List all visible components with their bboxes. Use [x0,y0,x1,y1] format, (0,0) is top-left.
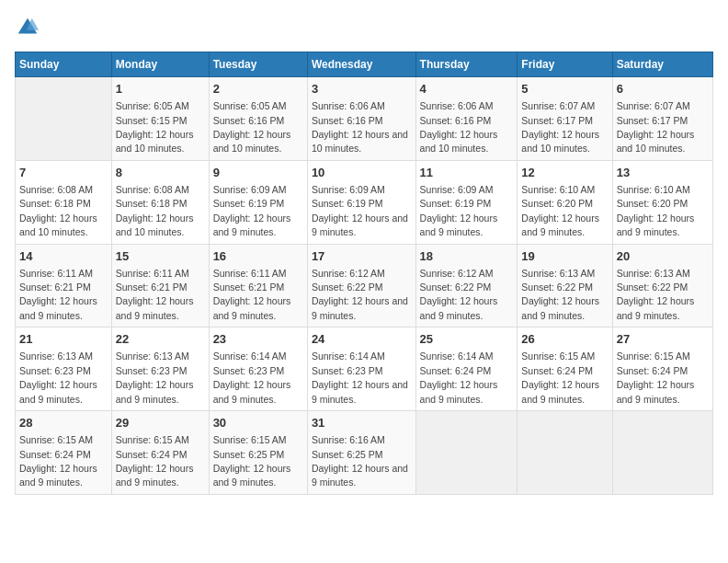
page-header [15,15,713,40]
calendar-cell: 9 Sunrise: 6:09 AM Sunset: 6:19 PM Dayli… [209,160,307,244]
calendar-cell: 11 Sunrise: 6:09 AM Sunset: 6:19 PM Dayl… [415,160,518,244]
calendar-week-row: 7 Sunrise: 6:08 AM Sunset: 6:18 PM Dayli… [16,160,713,244]
day-number: 23 [213,331,303,348]
day-daylight: Daylight: 12 hours and 9 minutes. [420,213,498,237]
calendar-cell: 2 Sunrise: 6:05 AM Sunset: 6:16 PM Dayli… [209,77,307,161]
day-sunrise: Sunrise: 6:10 AM [521,184,595,195]
day-sunset: Sunset: 6:17 PM [617,115,688,126]
day-sunset: Sunset: 6:20 PM [617,198,688,209]
day-daylight: Daylight: 12 hours and 9 minutes. [521,213,599,237]
day-number: 18 [420,248,514,265]
day-sunset: Sunset: 6:18 PM [116,198,188,209]
day-sunrise: Sunrise: 6:15 AM [617,350,690,362]
calendar-cell: 20 Sunrise: 6:13 AM Sunset: 6:22 PM Dayl… [612,244,712,327]
day-sunrise: Sunrise: 6:16 AM [312,434,385,445]
day-number: 20 [617,248,709,265]
day-number: 11 [420,165,514,181]
day-sunrise: Sunrise: 6:08 AM [116,184,189,195]
day-sunset: Sunset: 6:23 PM [116,365,188,376]
day-number: 27 [617,331,709,348]
day-sunset: Sunset: 6:24 PM [116,449,188,460]
day-number: 26 [521,331,608,348]
day-sunrise: Sunrise: 6:14 AM [420,350,494,362]
day-daylight: Daylight: 12 hours and 9 minutes. [213,463,291,488]
day-sunrise: Sunrise: 6:05 AM [213,100,287,111]
day-number: 25 [420,331,514,348]
day-number: 9 [213,165,303,181]
calendar-cell: 19 Sunrise: 6:13 AM Sunset: 6:22 PM Dayl… [518,244,612,327]
day-sunset: Sunset: 6:22 PM [617,282,688,293]
day-sunset: Sunset: 6:21 PM [19,282,91,293]
day-daylight: Daylight: 12 hours and 9 minutes. [19,463,97,488]
calendar-cell: 22 Sunrise: 6:13 AM Sunset: 6:23 PM Dayl… [111,327,209,411]
day-daylight: Daylight: 12 hours and 10 minutes. [19,213,97,237]
day-sunset: Sunset: 6:24 PM [617,365,688,376]
day-daylight: Daylight: 12 hours and 10 minutes. [312,129,408,154]
day-daylight: Daylight: 12 hours and 9 minutes. [312,213,408,237]
day-sunrise: Sunrise: 6:10 AM [617,184,690,195]
calendar-cell: 13 Sunrise: 6:10 AM Sunset: 6:20 PM Dayl… [612,160,712,244]
day-number: 16 [213,248,303,265]
day-sunrise: Sunrise: 6:09 AM [312,184,385,195]
day-number: 19 [521,248,608,265]
day-sunrise: Sunrise: 6:15 AM [19,434,93,445]
day-sunset: Sunset: 6:19 PM [213,198,285,209]
day-sunset: Sunset: 6:19 PM [420,198,492,209]
day-number: 30 [213,415,303,431]
day-number: 5 [521,81,608,98]
calendar-cell: 21 Sunrise: 6:13 AM Sunset: 6:23 PM Dayl… [16,327,112,411]
day-daylight: Daylight: 12 hours and 9 minutes. [617,295,695,320]
day-number: 14 [19,248,108,265]
day-sunrise: Sunrise: 6:11 AM [213,268,287,279]
day-sunset: Sunset: 6:22 PM [312,282,383,293]
day-daylight: Daylight: 12 hours and 9 minutes. [19,379,97,404]
header-friday: Friday [518,52,612,77]
day-daylight: Daylight: 12 hours and 9 minutes. [420,295,498,320]
calendar-cell: 7 Sunrise: 6:08 AM Sunset: 6:18 PM Dayli… [16,160,112,244]
day-number: 1 [116,81,205,98]
day-number: 29 [116,415,205,431]
day-sunset: Sunset: 6:23 PM [312,365,383,376]
calendar-cell: 6 Sunrise: 6:07 AM Sunset: 6:17 PM Dayli… [612,77,712,161]
calendar-cell: 5 Sunrise: 6:07 AM Sunset: 6:17 PM Dayli… [518,77,612,161]
day-sunrise: Sunrise: 6:15 AM [116,434,189,445]
day-number: 12 [521,165,608,181]
day-daylight: Daylight: 12 hours and 10 minutes. [116,129,194,154]
day-daylight: Daylight: 12 hours and 9 minutes. [116,295,194,320]
calendar-cell: 28 Sunrise: 6:15 AM Sunset: 6:24 PM Dayl… [16,411,112,495]
header-saturday: Saturday [612,52,712,77]
day-daylight: Daylight: 12 hours and 9 minutes. [116,379,194,404]
day-sunset: Sunset: 6:21 PM [116,282,188,293]
day-number: 24 [312,331,412,348]
calendar-header: Sunday Monday Tuesday Wednesday Thursday… [16,52,713,77]
day-number: 22 [116,331,205,348]
day-daylight: Daylight: 12 hours and 9 minutes. [420,379,498,404]
day-daylight: Daylight: 12 hours and 9 minutes. [617,379,695,404]
header-wednesday: Wednesday [307,52,415,77]
day-daylight: Daylight: 12 hours and 10 minutes. [213,129,291,154]
day-number: 10 [312,165,412,181]
day-number: 28 [19,415,108,431]
day-sunrise: Sunrise: 6:11 AM [19,268,93,279]
calendar-cell [518,411,612,495]
day-sunset: Sunset: 6:19 PM [312,198,383,209]
header-tuesday: Tuesday [209,52,307,77]
calendar-cell: 10 Sunrise: 6:09 AM Sunset: 6:19 PM Dayl… [307,160,415,244]
calendar-cell: 24 Sunrise: 6:14 AM Sunset: 6:23 PM Dayl… [307,327,415,411]
day-daylight: Daylight: 12 hours and 9 minutes. [312,295,408,320]
day-number: 17 [312,248,412,265]
day-daylight: Daylight: 12 hours and 9 minutes. [213,213,291,237]
logo-icon [15,15,40,40]
day-daylight: Daylight: 12 hours and 10 minutes. [617,129,695,154]
day-sunset: Sunset: 6:15 PM [116,115,188,126]
day-number: 4 [420,81,514,98]
calendar-cell: 31 Sunrise: 6:16 AM Sunset: 6:25 PM Dayl… [307,411,415,495]
day-sunset: Sunset: 6:16 PM [420,115,492,126]
calendar-cell: 18 Sunrise: 6:12 AM Sunset: 6:22 PM Dayl… [415,244,518,327]
calendar-cell: 23 Sunrise: 6:14 AM Sunset: 6:23 PM Dayl… [209,327,307,411]
day-sunrise: Sunrise: 6:15 AM [521,350,595,362]
day-daylight: Daylight: 12 hours and 10 minutes. [521,129,599,154]
day-sunset: Sunset: 6:24 PM [420,365,492,376]
calendar-cell: 4 Sunrise: 6:06 AM Sunset: 6:16 PM Dayli… [415,77,518,161]
calendar-cell: 26 Sunrise: 6:15 AM Sunset: 6:24 PM Dayl… [518,327,612,411]
